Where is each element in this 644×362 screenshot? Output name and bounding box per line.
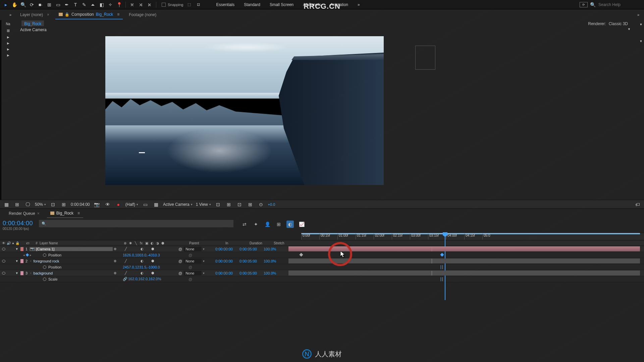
motion-blur-icon[interactable]: ◐ bbox=[286, 221, 294, 228]
panel-menu-icon[interactable]: ≡ bbox=[117, 12, 119, 17]
side-expand-icon[interactable]: ▶ bbox=[7, 54, 9, 57]
layer-name[interactable]: 📷 [Camera 1] bbox=[30, 247, 113, 251]
rotate-tool-icon[interactable]: ⟳ bbox=[28, 1, 36, 8]
renderer-value[interactable]: Classic 3D bbox=[609, 21, 628, 26]
workspace-standard[interactable]: Standard bbox=[244, 2, 260, 7]
pickwhip-icon[interactable]: @ bbox=[178, 271, 182, 275]
pixel-aspect-icon[interactable]: ⊡ bbox=[214, 201, 222, 208]
clone-tool-icon[interactable]: ⏶ bbox=[89, 1, 97, 8]
text-tool-icon[interactable]: T bbox=[72, 1, 79, 8]
tab-comp-timeline[interactable]: Big_Rock ≡ bbox=[47, 209, 83, 218]
local-axis-icon[interactable]: ⤧ bbox=[128, 1, 136, 8]
current-time[interactable]: 0:00:04:00 bbox=[71, 202, 90, 207]
timeline-icon[interactable]: ⊡ bbox=[236, 201, 243, 208]
side-expand-icon[interactable]: ▶ bbox=[7, 48, 9, 51]
hand-tool-icon[interactable]: ✋ bbox=[11, 1, 18, 8]
world-axis-icon[interactable]: ⤨ bbox=[137, 1, 145, 8]
side-expand-icon[interactable]: ▶ bbox=[7, 42, 9, 45]
right-collapse-icon[interactable]: ▼ bbox=[640, 23, 643, 26]
label-color[interactable] bbox=[20, 247, 23, 251]
snapshot-icon[interactable]: 📷 bbox=[93, 201, 101, 208]
hide-shy-icon[interactable]: 👤 bbox=[264, 221, 271, 228]
comp-mini-flowchart-icon[interactable]: ⇄ bbox=[241, 221, 248, 228]
workspace-small-screen[interactable]: Small Screen bbox=[270, 2, 293, 7]
visibility-toggle[interactable] bbox=[2, 272, 5, 275]
view-axis-icon[interactable]: ⤪ bbox=[146, 1, 153, 8]
keyframe-icon[interactable] bbox=[440, 253, 444, 256]
parent-dropdown[interactable]: None bbox=[183, 271, 202, 276]
pen-tool-icon[interactable]: ✒ bbox=[63, 1, 70, 8]
brush-tool-icon[interactable]: ✎ bbox=[80, 1, 88, 8]
layer-row[interactable]: ▼ 2 ▫ foreground rock ⊕╱ ◐⬢ @ None ▾ 0:0… bbox=[0, 258, 644, 264]
selection-tool-icon[interactable]: ▸ bbox=[2, 1, 9, 8]
visibility-toggle[interactable] bbox=[2, 248, 5, 250]
pickwhip-icon[interactable]: @ bbox=[178, 247, 182, 251]
pickwhip-icon[interactable]: @ bbox=[189, 253, 192, 257]
property-value[interactable]: 1626.0,1003.0,-4310.3 bbox=[123, 253, 187, 257]
show-snapshot-icon[interactable]: 👁 bbox=[104, 201, 111, 208]
roto-tool-icon[interactable]: ✧ bbox=[107, 1, 114, 8]
layer-duration[interactable]: 0:00:05:00 bbox=[239, 259, 264, 263]
time-ruler[interactable]: 0:00f00:15f01:00f01:15f02:00f02:15f03:00… bbox=[301, 233, 644, 240]
zoom-tool-icon[interactable]: 🔍 bbox=[19, 1, 27, 8]
property-row[interactable]: Scale 🔗162.0,162.0,162.0% @ bbox=[0, 276, 644, 282]
twirl-icon[interactable]: ▼ bbox=[15, 247, 18, 251]
resolution-icon[interactable]: ⊡ bbox=[49, 201, 57, 208]
layer-stretch[interactable]: 100.0% bbox=[264, 271, 288, 275]
pickwhip-icon[interactable]: @ bbox=[189, 265, 192, 269]
flowchart-icon[interactable]: ⊞ bbox=[247, 201, 254, 208]
label-color[interactable] bbox=[20, 259, 23, 263]
grid-icon[interactable]: ⊞ bbox=[13, 201, 21, 208]
views-dropdown[interactable]: 1 View▾ bbox=[196, 202, 211, 207]
property-value[interactable]: 2457.0,1231.5,-1000.0 bbox=[123, 265, 187, 269]
panel-collapse-icon[interactable]: ▼ bbox=[628, 27, 631, 31]
panel-overflow-icon[interactable]: » bbox=[7, 11, 14, 18]
pickwhip-icon[interactable]: @ bbox=[178, 259, 182, 263]
lock-col-icon[interactable]: 🔒 bbox=[15, 241, 19, 245]
sync-icon[interactable]: ⟳ bbox=[580, 2, 588, 7]
side-expand-icon[interactable]: ▶ bbox=[7, 36, 9, 39]
layer-bar[interactable] bbox=[288, 270, 640, 276]
twirl-icon[interactable]: ▼ bbox=[15, 272, 18, 275]
property-row[interactable]: Position 2457.0,1231.5,-1000.0 @ bbox=[0, 264, 644, 270]
flowchart-icon[interactable]: ⊞ bbox=[7, 28, 10, 33]
keyframe-nav[interactable]: ◂▸ bbox=[23, 253, 32, 257]
zoom-dropdown[interactable]: 50%▾ bbox=[35, 202, 46, 207]
parent-dropdown[interactable]: None bbox=[183, 247, 202, 251]
right-collapse-icon[interactable]: ▼ bbox=[640, 40, 643, 43]
camera-tool-icon[interactable]: ■· bbox=[37, 1, 44, 8]
layer-row[interactable]: ▼ 3 ▫ background ⊕╱ ◐⬢ @ None ▾ 0:00:00:… bbox=[0, 270, 644, 276]
panel-menu-icon[interactable]: ≡ bbox=[77, 211, 80, 216]
audio-col-icon[interactable]: 🔊 bbox=[7, 241, 11, 245]
channel-icon[interactable]: ● bbox=[115, 201, 122, 208]
draft3d-icon[interactable]: ✦ bbox=[252, 221, 260, 228]
camera-dropdown[interactable]: Active Camera▾ bbox=[163, 202, 193, 207]
search-input[interactable] bbox=[598, 2, 639, 7]
layer-name[interactable]: ▫ background bbox=[30, 271, 113, 275]
layer-switches[interactable]: ⊕╱ ◐⬢ bbox=[113, 271, 177, 275]
transparency-icon[interactable]: ▦ bbox=[152, 201, 160, 208]
stopwatch-icon[interactable] bbox=[43, 265, 46, 269]
region-icon[interactable]: ⊞ bbox=[60, 201, 67, 208]
puppet-tool-icon[interactable]: 📍 bbox=[115, 1, 123, 8]
snap-opts2-icon[interactable]: ⊡ bbox=[195, 1, 202, 8]
layer-in[interactable]: 0:00:00:00 bbox=[215, 247, 239, 251]
video-col-icon[interactable]: 👁 bbox=[2, 241, 5, 245]
tab-layer[interactable]: Layer (none)× bbox=[17, 10, 53, 19]
resolution-dropdown[interactable]: (Half)▾ bbox=[125, 202, 138, 207]
layer-in[interactable]: 0:00:00:00 bbox=[215, 271, 239, 275]
layer-duration[interactable]: 0:00:05:00 bbox=[239, 247, 264, 251]
layer-stretch[interactable]: 100.0% bbox=[264, 247, 288, 251]
tag-icon[interactable]: 🏷 bbox=[634, 201, 641, 208]
roi-icon[interactable]: ▭ bbox=[142, 201, 149, 208]
parent-dropdown[interactable]: None bbox=[183, 259, 202, 263]
reset-exposure-icon[interactable]: ⊙ bbox=[257, 201, 265, 208]
keyframe-icon[interactable] bbox=[299, 253, 303, 256]
close-icon[interactable]: × bbox=[37, 211, 40, 216]
snap-opts-icon[interactable]: ⬚ bbox=[185, 1, 193, 8]
layer-name[interactable]: ▫ foreground rock bbox=[30, 259, 113, 263]
monitor-icon[interactable]: 🖵 bbox=[24, 201, 32, 208]
layer-in[interactable]: 0:00:00:00 bbox=[215, 259, 239, 263]
timeline-search[interactable]: 🔍 bbox=[39, 220, 233, 227]
workspace-essentials[interactable]: Essentials bbox=[216, 2, 235, 7]
